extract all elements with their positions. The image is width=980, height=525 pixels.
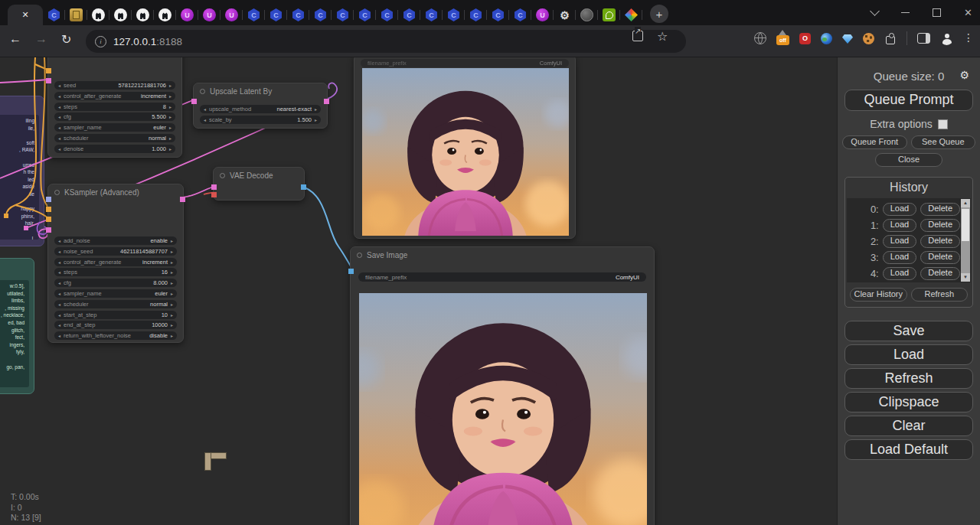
save-image-node[interactable]: Save Image filename_prefixComfyUI	[350, 246, 655, 525]
ksampler-node[interactable]: ◂seed578122121881706▸◂control_after_gene…	[47, 57, 182, 158]
scroll-up-icon[interactable]: ▲	[961, 199, 970, 207]
increment-arrow-icon[interactable]: ▸	[171, 269, 173, 275]
node-widget[interactable]: ◂sampler_nameeuler▸	[54, 123, 175, 132]
node-widget[interactable]: ◂sampler_nameeuler▸	[54, 289, 177, 298]
browser-tab[interactable]	[576, 5, 598, 25]
menu-button[interactable]: Load	[844, 344, 973, 365]
output-slot-latent[interactable]	[324, 99, 329, 104]
input-slot-conditioning[interactable]	[46, 68, 51, 73]
output-slot-latent[interactable]	[180, 197, 185, 202]
browser-tab[interactable]	[198, 5, 220, 25]
input-slot-latent-image[interactable]	[46, 227, 51, 233]
browser-tab[interactable]	[43, 5, 65, 25]
input-slot-vae[interactable]	[211, 192, 217, 197]
browser-tab[interactable]	[176, 5, 198, 25]
input-slot-images[interactable]	[348, 269, 354, 274]
see-queue-button[interactable]: See Queue	[911, 135, 976, 149]
increment-arrow-icon[interactable]: ▸	[169, 146, 172, 152]
bookmark-star-icon[interactable]: ☆	[657, 29, 668, 44]
side-panel-icon[interactable]	[917, 33, 930, 44]
profile-avatar-icon[interactable]	[940, 32, 953, 45]
menu-button[interactable]: Clipspace	[844, 392, 973, 412]
increment-arrow-icon[interactable]: ▸	[171, 312, 173, 318]
decrement-arrow-icon[interactable]: ◂	[204, 117, 206, 122]
history-load-button[interactable]: Load	[883, 267, 916, 280]
node-widget[interactable]: ◂cfg8.000▸	[54, 279, 177, 287]
history-delete-button[interactable]: Delete	[920, 219, 960, 232]
browser-tab[interactable]	[620, 5, 642, 25]
node-widget[interactable]: filename_prefixComfyUI	[361, 59, 569, 67]
menu-button[interactable]: Save	[844, 321, 973, 341]
input-slot-negative[interactable]	[46, 217, 51, 222]
sphere-extension-icon[interactable]	[821, 33, 832, 44]
node-graph-canvas[interactable]: ilingile,soft, RAW,urredh theledasidelle…	[0, 57, 837, 525]
increment-arrow-icon[interactable]: ▸	[169, 135, 172, 141]
browser-tab[interactable]	[220, 5, 243, 25]
history-delete-button[interactable]: Delete	[920, 235, 960, 248]
decrement-arrow-icon[interactable]: ◂	[58, 280, 60, 285]
browser-tab[interactable]	[376, 5, 398, 25]
save-image-node-top[interactable]: filename_prefixComfyUI	[354, 57, 576, 239]
decrement-arrow-icon[interactable]: ◂	[58, 238, 60, 243]
output-slot-image[interactable]	[301, 184, 306, 190]
site-info-icon[interactable]: i	[95, 36, 106, 47]
node-widget[interactable]: ◂return_with_leftover_noisedisable▸	[54, 331, 177, 340]
node-widget[interactable]: ◂upscale_methodnearest-exact▸	[200, 105, 321, 113]
queue-front-button[interactable]: Queue Front	[842, 135, 907, 149]
input-slot-latent[interactable]	[46, 78, 51, 83]
input-slot-model[interactable]	[46, 197, 51, 202]
clear-history-button[interactable]: Clear History	[850, 288, 907, 302]
close-window-icon[interactable]: ✕	[964, 7, 972, 18]
share-icon[interactable]	[632, 31, 643, 41]
upscale-latent-node[interactable]: Upscale Latent By ◂upscale_methodnearest…	[193, 83, 328, 129]
increment-arrow-icon[interactable]: ▸	[169, 93, 172, 99]
collapse-dot-icon[interactable]	[54, 190, 60, 195]
node-widget[interactable]: ◂control_after_generateincrement▸	[54, 258, 177, 266]
browser-tab[interactable]	[354, 5, 376, 25]
collapse-dot-icon[interactable]	[220, 173, 225, 178]
decrement-arrow-icon[interactable]: ◂	[58, 125, 60, 130]
address-bar[interactable]: i 127.0.0.1 :8188	[86, 30, 686, 53]
increment-arrow-icon[interactable]: ▸	[169, 83, 172, 88]
reload-icon[interactable]: ↻	[61, 32, 71, 47]
scrollbar-thumb[interactable]	[962, 209, 969, 241]
node-widget[interactable]: ◂end_at_step10000▸	[54, 321, 177, 329]
browser-tab[interactable]	[554, 5, 576, 25]
decrement-arrow-icon[interactable]: ◂	[58, 135, 60, 141]
collapse-dot-icon[interactable]	[357, 253, 362, 258]
ksampler-advanced-node[interactable]: KSampler (Advanced) ◂add_noiseenable▸◂no…	[47, 184, 184, 343]
history-delete-button[interactable]: Delete	[920, 203, 960, 216]
decrement-arrow-icon[interactable]: ◂	[58, 83, 60, 88]
browser-tab[interactable]	[420, 5, 443, 25]
vae-decode-node[interactable]: VAE Decode	[213, 167, 305, 201]
increment-arrow-icon[interactable]: ▸	[171, 322, 173, 328]
decrement-arrow-icon[interactable]: ◂	[58, 269, 60, 275]
cookie-extension-icon[interactable]	[863, 33, 874, 44]
decrement-arrow-icon[interactable]: ◂	[58, 291, 60, 296]
new-tab-button[interactable]: +	[650, 5, 668, 23]
browser-tab[interactable]	[243, 5, 265, 25]
history-scrollbar[interactable]: ▲ ▼	[961, 199, 970, 282]
increment-arrow-icon[interactable]: ▸	[171, 249, 173, 254]
globe-extension-icon[interactable]	[754, 32, 766, 44]
increment-arrow-icon[interactable]: ▸	[171, 302, 173, 307]
forward-icon[interactable]: →	[35, 32, 47, 46]
browser-tab[interactable]	[398, 5, 420, 25]
browser-tab[interactable]	[65, 5, 87, 25]
node-widget[interactable]: ◂cfg5.500▸	[54, 112, 175, 121]
increment-arrow-icon[interactable]: ▸	[169, 104, 172, 109]
increment-arrow-icon[interactable]: ▸	[315, 117, 317, 122]
settings-gear-icon[interactable]: ⚙	[959, 69, 969, 81]
decrement-arrow-icon[interactable]: ◂	[58, 114, 60, 119]
node-widget[interactable]: ◂scale_by1.500▸	[200, 116, 321, 124]
node-widget[interactable]: ◂steps8▸	[54, 103, 175, 111]
decrement-arrow-icon[interactable]: ◂	[58, 322, 60, 328]
off-badge-extension-icon[interactable]	[776, 35, 789, 45]
increment-arrow-icon[interactable]: ▸	[315, 106, 317, 112]
refresh-history-button[interactable]: Refresh	[911, 288, 969, 302]
decrement-arrow-icon[interactable]: ◂	[58, 249, 60, 254]
input-slot-positive[interactable]	[46, 207, 51, 212]
node-widget[interactable]: ◂denoise1.000▸	[54, 145, 175, 153]
menu-button[interactable]: Refresh	[844, 368, 973, 389]
queue-prompt-button[interactable]: Queue Prompt	[844, 90, 973, 111]
